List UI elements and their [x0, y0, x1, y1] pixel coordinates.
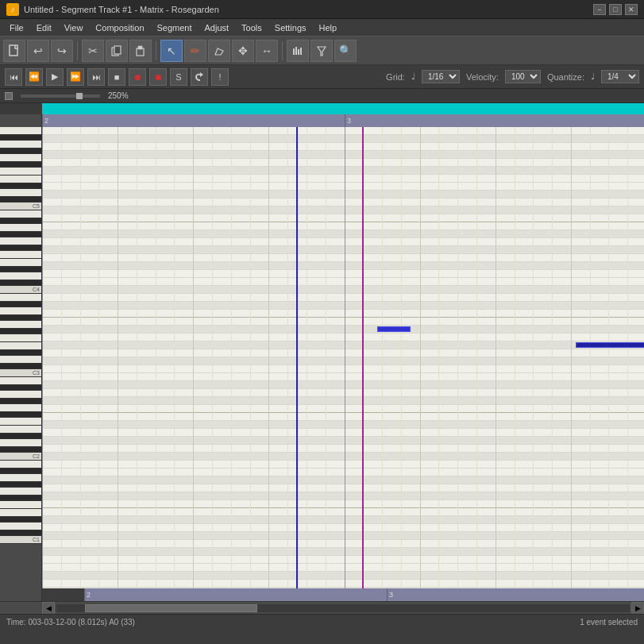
piano-key-G4[interactable] — [0, 237, 41, 245]
piano-key-G1[interactable] — [0, 488, 41, 496]
copy-button[interactable] — [106, 40, 128, 62]
velocity-button[interactable] — [287, 40, 309, 62]
menu-view[interactable]: View — [58, 21, 90, 34]
piano-key-Db3[interactable] — [0, 364, 41, 369]
piano-key-F4[interactable] — [0, 251, 41, 259]
eraser-button[interactable] — [208, 40, 230, 62]
redo-button[interactable]: ↪ — [51, 40, 73, 62]
piano-key-B2[interactable] — [0, 377, 41, 385]
chase-button[interactable]: S — [170, 68, 187, 86]
scroll-thumb[interactable] — [85, 604, 257, 612]
piano-key-D4[interactable] — [0, 272, 41, 280]
piano-key-D1[interactable] — [0, 523, 41, 530]
note-event[interactable] — [576, 342, 644, 348]
piano-key-F2[interactable] — [0, 418, 41, 426]
paste-button[interactable] — [129, 40, 152, 62]
menu-tools[interactable]: Tools — [235, 21, 268, 34]
piano-key-E1[interactable] — [0, 509, 41, 517]
piano-key-D5[interactable] — [0, 189, 41, 197]
piano-key-Db4[interactable] — [0, 280, 41, 286]
piano-key-Gb3[interactable] — [0, 329, 41, 334]
menu-composition[interactable]: Composition — [89, 21, 150, 34]
piano-key-E4[interactable] — [0, 259, 41, 267]
piano-key-Eb4[interactable] — [0, 267, 41, 272]
menu-adjust[interactable]: Adjust — [199, 21, 236, 34]
piano-key-Db1[interactable] — [0, 530, 41, 536]
skip-end-button[interactable]: ⏭ — [87, 68, 105, 86]
piano-key-Db2[interactable] — [0, 447, 41, 453]
move-button[interactable]: ✥ — [232, 40, 254, 62]
piano-key-Gb1[interactable] — [0, 496, 41, 501]
piano-key-Ab2[interactable] — [0, 399, 41, 404]
new-button[interactable] — [3, 40, 25, 62]
record-button[interactable]: ⏺ — [129, 68, 146, 86]
piano-key-C3[interactable]: C3 — [0, 369, 41, 377]
rewind-button[interactable]: ⏪ — [25, 68, 43, 86]
piano-key-Ab5[interactable] — [0, 148, 41, 154]
record-step-button[interactable]: ⏺ — [149, 68, 167, 86]
piano-key-D3[interactable] — [0, 356, 41, 364]
piano-key-A1[interactable] — [0, 474, 41, 482]
piano-key-A4[interactable] — [0, 224, 41, 232]
piano-key-Bb1[interactable] — [0, 469, 41, 474]
resize-button[interactable]: ↔ — [256, 40, 278, 62]
piano-key-E2[interactable] — [0, 426, 41, 434]
piano-key-F3[interactable] — [0, 334, 41, 342]
piano-key-Ab1[interactable] — [0, 482, 41, 488]
piano-key-Eb1[interactable] — [0, 517, 41, 523]
piano-key-Ab4[interactable] — [0, 232, 41, 237]
piano-key-G3[interactable] — [0, 321, 41, 329]
piano-key-C5[interactable]: C5 — [0, 202, 41, 210]
note-event[interactable] — [377, 326, 411, 332]
menu-settings[interactable]: Settings — [268, 21, 313, 34]
play-button[interactable]: ▶ — [46, 68, 64, 86]
piano-key-Gb2[interactable] — [0, 412, 41, 418]
piano-key-B1[interactable] — [0, 461, 41, 469]
menu-edit[interactable]: Edit — [30, 21, 58, 34]
menu-file[interactable]: File — [3, 21, 30, 34]
piano-key-Bb2[interactable] — [0, 385, 41, 391]
piano-key-Bb3[interactable] — [0, 302, 41, 307]
menu-help[interactable]: Help — [313, 21, 344, 34]
menu-segment[interactable]: Segment — [151, 21, 199, 34]
piano-key-B4[interactable] — [0, 210, 41, 218]
pointer-button[interactable]: ↖ — [160, 40, 183, 62]
scroll-right-button[interactable]: ▶ — [631, 602, 644, 615]
piano-key-Gb4[interactable] — [0, 245, 41, 251]
zoom-button[interactable]: 🔍 — [334, 40, 357, 62]
piano-key-Bb4[interactable] — [0, 218, 41, 224]
filter-button[interactable] — [310, 40, 333, 62]
stop-button[interactable]: ■ — [108, 68, 125, 86]
piano-key-Bb5[interactable] — [0, 135, 41, 141]
piano-key-C2[interactable]: C2 — [0, 453, 41, 461]
piano-key-E3[interactable] — [0, 342, 41, 350]
scroll-left-button[interactable]: ◀ — [42, 602, 55, 615]
piano-key-B3[interactable] — [0, 294, 41, 302]
zoom-slider-thumb[interactable] — [76, 93, 83, 99]
piano-key-C4[interactable]: C4 — [0, 286, 41, 294]
minimize-button[interactable]: − — [593, 4, 606, 15]
piano-key-F1[interactable] — [0, 501, 41, 509]
piano-key-Gb5[interactable] — [0, 162, 41, 168]
piano-key-E5[interactable] — [0, 175, 41, 183]
pencil-button[interactable]: ✏ — [184, 40, 206, 62]
grid-select[interactable]: 1/161/11/21/41/81/321/64 — [422, 70, 460, 83]
maximize-button[interactable]: □ — [609, 4, 622, 15]
grid-area[interactable] — [42, 127, 644, 588]
quantize-select[interactable]: 1/41/11/21/81/161/32 — [601, 70, 639, 83]
piano-key-F5[interactable] — [0, 168, 41, 175]
piano-key-D2[interactable] — [0, 439, 41, 447]
piano-key-G2[interactable] — [0, 404, 41, 412]
piano-key-A5[interactable] — [0, 141, 41, 148]
close-button[interactable]: ✕ — [625, 4, 638, 15]
piano-key-C1[interactable]: C1 — [0, 536, 41, 544]
piano-key-B5[interactable] — [0, 127, 41, 135]
punch-button[interactable]: ! — [211, 68, 229, 86]
undo-button[interactable]: ↩ — [27, 40, 49, 62]
piano-key-Eb2[interactable] — [0, 434, 41, 439]
piano-key-A3[interactable] — [0, 307, 41, 315]
piano-key-Db5[interactable] — [0, 197, 41, 202]
fast-forward-button[interactable]: ⏩ — [67, 68, 84, 86]
piano-key-Eb5[interactable] — [0, 183, 41, 189]
velocity-select[interactable]: 1006480127 — [505, 70, 541, 83]
